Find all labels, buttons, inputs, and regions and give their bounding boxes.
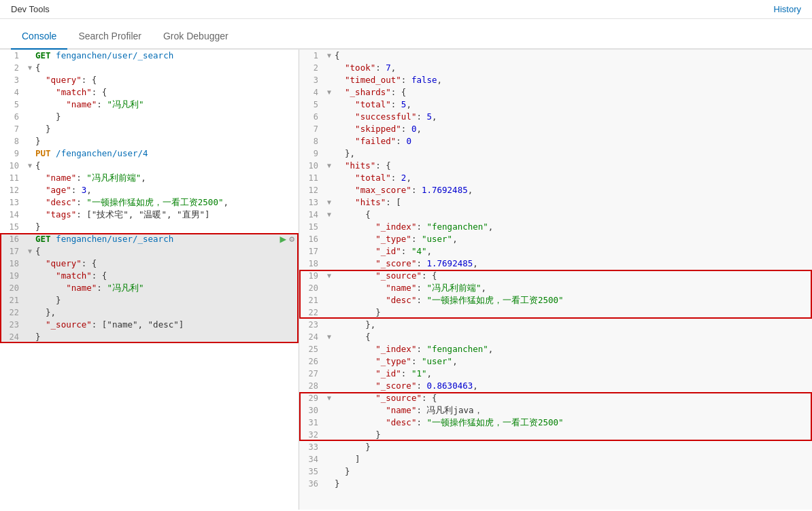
code-line: 22 }, (0, 306, 299, 319)
line-content[interactable]: "query": { (35, 258, 299, 270)
line-number: 25 (299, 343, 324, 355)
result-content: "_id": "4", (335, 245, 812, 258)
line-content[interactable]: "match": { (35, 270, 299, 282)
line-number: 6 (0, 111, 24, 123)
line-number: 35 (299, 465, 324, 478)
line-content[interactable]: } (35, 135, 299, 147)
code-line: 12 "age": 3, (0, 184, 299, 196)
line-gutter: ▼ (324, 331, 335, 343)
result-line: 16 "_type": "user", (299, 233, 812, 245)
line-content[interactable]: "query": { (35, 74, 299, 86)
result-line: 14▼ { (299, 209, 812, 221)
line-number: 13 (0, 196, 24, 209)
result-content: }, (335, 319, 812, 331)
result-content: "failed": 0 (335, 135, 812, 147)
line-content[interactable]: { (35, 62, 299, 74)
result-line: 11 "total": 2, (299, 172, 812, 184)
line-content[interactable]: } (35, 331, 299, 343)
line-number: 12 (299, 184, 324, 196)
line-number: 26 (299, 355, 324, 368)
result-content: "_score": 0.8630463, (335, 380, 812, 392)
play-icon[interactable]: ▶ (280, 233, 287, 245)
result-content: { (335, 331, 812, 343)
line-content[interactable]: "age": 3, (35, 184, 299, 196)
line-number: 15 (0, 221, 24, 233)
result-content: "hits": { (335, 160, 812, 172)
line-content[interactable]: GET fenganchen/user/_search (35, 233, 280, 245)
result-line: 8 "failed": 0 (299, 135, 812, 147)
result-content: "_id": "1", (335, 368, 812, 380)
result-content: } (335, 306, 812, 319)
result-content: "desc": "一顿操作猛如虎，一看工资2500" (335, 294, 812, 306)
result-content: } (335, 465, 812, 478)
line-gutter: ▼ (24, 245, 35, 258)
line-number: 14 (299, 209, 324, 221)
line-gutter: ▼ (24, 62, 35, 74)
line-number: 21 (299, 294, 324, 306)
code-line: 14 "tags": ["技术宅", "温暖", "直男"] (0, 209, 299, 221)
code-line: 10▼{ (0, 160, 299, 172)
line-content[interactable]: { (35, 245, 299, 258)
line-content[interactable]: "tags": ["技术宅", "温暖", "直男"] (35, 209, 299, 221)
line-content[interactable]: PUT /fenganchen/user/4 (35, 147, 299, 160)
line-content[interactable]: "match": { (35, 86, 299, 99)
right-panel[interactable]: 1▼{2 "took": 7,3 "timed_out": false,4▼ "… (299, 50, 812, 510)
result-line: 3 "timed_out": false, (299, 74, 812, 86)
line-number: 23 (299, 319, 324, 331)
result-line: 22 } (299, 306, 812, 319)
code-line: 6 } (0, 111, 299, 123)
line-number: 10 (299, 160, 324, 172)
result-content: "successful": 5, (335, 111, 812, 123)
result-line: 5 "total": 5, (299, 99, 812, 111)
line-number: 19 (299, 270, 324, 282)
line-content[interactable]: } (35, 111, 299, 123)
result-content: "max_score": 1.7692485, (335, 184, 812, 196)
tab-search-profiler[interactable]: Search Profiler (67, 24, 152, 50)
result-line: 27 "_id": "1", (299, 368, 812, 380)
code-line: 23 "_source": ["name", "desc"] (0, 319, 299, 331)
line-content[interactable]: } (35, 294, 299, 306)
line-content[interactable]: { (35, 160, 299, 172)
line-content[interactable]: "desc": "一顿操作猛如虎，一看工资2500", (35, 196, 299, 209)
tab-grok-debugger[interactable]: Grok Debugger (152, 24, 239, 50)
line-number: 31 (299, 417, 324, 429)
code-line: 5 "name": "冯凡利" (0, 99, 299, 111)
line-number: 8 (299, 135, 324, 147)
line-content[interactable]: "_source": ["name", "desc"] (35, 319, 299, 331)
line-number: 34 (299, 453, 324, 465)
left-panel[interactable]: 1GET fenganchen/user/_search2▼{3 "query"… (0, 50, 299, 510)
result-content: { (335, 50, 812, 62)
result-content: "total": 5, (335, 99, 812, 111)
code-line: 19 "match": { (0, 270, 299, 282)
line-content[interactable]: "name": "冯凡利前端", (35, 172, 299, 184)
line-number: 23 (0, 319, 24, 331)
result-line: 1▼{ (299, 50, 812, 62)
result-content: "_score": 1.7692485, (335, 258, 812, 270)
result-line: 25 "_index": "fenganchen", (299, 343, 812, 355)
line-number: 7 (0, 123, 24, 135)
result-line: 19▼ "_source": { (299, 270, 812, 282)
code-line: 18 "query": { (0, 258, 299, 270)
result-line: 24▼ { (299, 331, 812, 343)
line-number: 24 (0, 331, 24, 343)
result-content: "_index": "fenganchen", (335, 221, 812, 233)
tab-console[interactable]: Console (11, 24, 67, 50)
line-number: 4 (299, 86, 324, 99)
wrench-icon[interactable]: ⚙ (289, 233, 294, 245)
line-content[interactable]: } (35, 123, 299, 135)
tab-bar: ConsoleSearch ProfilerGrok Debugger (0, 19, 812, 50)
line-content[interactable]: } (35, 221, 299, 233)
line-content[interactable]: }, (35, 306, 299, 319)
line-gutter: ▼ (324, 196, 335, 209)
result-area: 1▼{2 "took": 7,3 "timed_out": false,4▼ "… (299, 50, 812, 490)
result-line: 7 "skipped": 0, (299, 123, 812, 135)
line-content[interactable]: "name": "冯凡利" (35, 99, 299, 111)
line-content[interactable]: GET fenganchen/user/_search (35, 50, 299, 62)
result-line: 26 "_type": "user", (299, 355, 812, 368)
line-number: 16 (0, 233, 24, 245)
result-line: 30 "name": 冯凡利java， (299, 404, 812, 417)
result-line: 12 "max_score": 1.7692485, (299, 184, 812, 196)
line-content[interactable]: "name": "冯凡利" (35, 282, 299, 294)
history-button[interactable]: History (774, 4, 801, 14)
line-number: 32 (299, 429, 324, 441)
